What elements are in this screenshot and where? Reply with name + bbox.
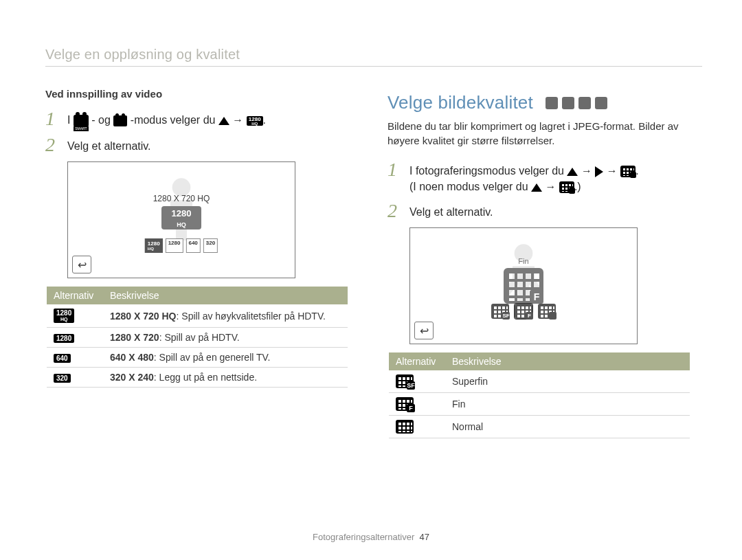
resolution-options-row: 1280HQ 1280 640 320 — [145, 238, 218, 253]
step-body: Velg et alternativ. — [67, 135, 151, 154]
left-step-1: 1 I SMART - og -modus velger du → 1280HQ… — [45, 109, 348, 128]
smart-mode-icon: SMART — [74, 115, 89, 127]
res-chip-320: 320 — [54, 374, 71, 383]
step-body: I SMART - og -modus velger du → 1280HQ . — [67, 109, 266, 128]
table-row: 1280HQ 1280 X 720 HQ: Spill av høykvalit… — [47, 304, 348, 328]
back-button[interactable]: ↩ — [72, 256, 91, 273]
th-beskrivelse: Beskrivelse — [103, 287, 348, 304]
right-column: Velge bildekvalitet Bildene du tar blir … — [387, 92, 690, 438]
quality-options-table: Alternativ Beskrivelse SF Superfin F Fin… — [389, 352, 690, 438]
video-options-table: Alternativ Beskrivelse 1280HQ 1280 X 720… — [47, 287, 348, 388]
up-icon — [531, 183, 542, 192]
right-step-1: 1 I fotograferingsmodus velger du → → . … — [387, 160, 690, 194]
arrow-icon: → — [581, 165, 595, 177]
mode-icons — [546, 97, 607, 109]
step-number: 2 — [387, 201, 403, 221]
quality-icon — [559, 181, 574, 193]
qopt-normal[interactable] — [538, 304, 556, 319]
header-rule — [45, 66, 702, 67]
res-chip-1280hq: 1280HQ — [54, 309, 74, 323]
opt-640[interactable]: 640 — [186, 238, 200, 253]
quality-screen-preview: Fin F SF F ↩ — [409, 227, 638, 344]
opt-1280[interactable]: 1280 — [166, 238, 183, 253]
text: I — [67, 114, 74, 126]
mode-icon — [595, 97, 607, 109]
section-title-row: Velge bildekvalitet — [387, 92, 690, 113]
step-body: I fotograferingsmodus velger du → → . (I… — [409, 160, 639, 194]
text: - og — [91, 114, 113, 126]
qopt-superfin[interactable]: SF — [491, 304, 509, 319]
arrow-icon: → — [545, 181, 559, 192]
step-number: 1 — [45, 109, 60, 128]
th-beskrivelse: Beskrivelse — [445, 352, 690, 370]
arrow-icon: → — [232, 114, 246, 126]
footer-label: Fotograferingsalternativer — [313, 532, 414, 542]
res-chip-1280: 1280 — [54, 334, 74, 343]
table-row: 1280 1280 X 720: Spill av på HDTV. — [47, 328, 348, 348]
quality-icon — [620, 166, 636, 177]
th-alternativ: Alternativ — [47, 287, 103, 304]
up-icon — [567, 168, 578, 176]
quality-chip-normal — [396, 420, 414, 434]
left-column: Ved innspilling av video 1 I SMART - og … — [45, 88, 348, 388]
table-row: F Fin — [389, 393, 690, 416]
intro-text: Bildene du tar blir komprimert og lagret… — [387, 119, 690, 148]
screen-label: Fin — [410, 257, 637, 265]
mode-icon — [562, 97, 574, 109]
screen-selected-badge: 1280 HQ — [161, 206, 201, 229]
res-chip-640: 640 — [54, 354, 71, 363]
up-icon — [218, 117, 229, 125]
opt-320[interactable]: 320 — [203, 238, 218, 253]
mode-icon — [578, 97, 591, 109]
video-subhead: Ved innspilling av video — [45, 88, 348, 100]
quality-chip-sf: SF — [396, 374, 414, 388]
mode-icon — [546, 97, 558, 109]
resolution-1280hq-icon: 1280HQ — [247, 116, 263, 126]
left-step-2: 2 Velg et alternativ. — [45, 135, 348, 155]
page-header: Velge en oppløsning og kvalitet — [45, 47, 240, 63]
step-number: 2 — [45, 135, 60, 155]
step-body: Velg et alternativ. — [409, 201, 493, 220]
qopt-fin[interactable]: F — [515, 304, 532, 319]
table-row: 640 640 X 480: Spill av på en generell T… — [47, 348, 348, 368]
right-step-2: 2 Velg et alternativ. — [387, 201, 690, 221]
arrow-icon: → — [607, 165, 620, 177]
quality-selected-badge: F — [504, 268, 543, 304]
table-row: 320 320 X 240: Legg ut på en nettside. — [47, 368, 348, 388]
quality-options-row: SF F — [491, 304, 556, 319]
table-row: Normal — [389, 416, 690, 438]
th-alternativ: Alternativ — [389, 352, 445, 370]
quality-chip-f: F — [396, 397, 414, 411]
section-title: Velge bildekvalitet — [387, 92, 533, 113]
video-screen-preview: 1280 X 720 HQ 1280 HQ 1280HQ 1280 640 32… — [67, 161, 295, 278]
screen-label: 1280 X 720 HQ — [68, 194, 295, 203]
page-footer: Fotograferingsalternativer 47 — [0, 532, 742, 542]
step-number: 1 — [387, 160, 403, 179]
movie-mode-icon — [113, 115, 127, 126]
back-button[interactable]: ↩ — [414, 322, 434, 339]
right-icon — [595, 166, 603, 177]
page-number: 47 — [419, 532, 429, 542]
opt-1280hq[interactable]: 1280HQ — [145, 238, 163, 253]
table-row: SF Superfin — [389, 370, 690, 393]
text: -modus velger du — [131, 114, 218, 126]
